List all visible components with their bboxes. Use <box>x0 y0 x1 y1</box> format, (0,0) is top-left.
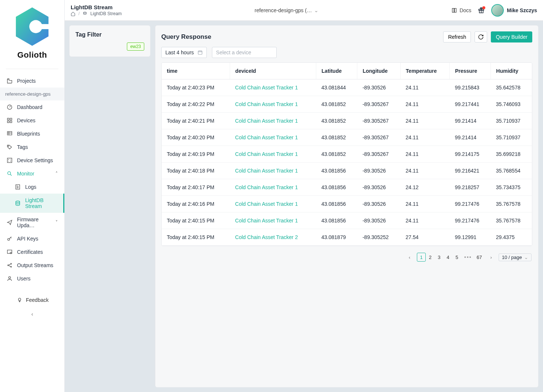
feedback-link[interactable]: Feedback <box>0 293 64 307</box>
svg-point-13 <box>16 201 20 202</box>
page-button[interactable]: 1 <box>417 253 426 262</box>
cell-temperature: 24.11 <box>401 212 450 229</box>
refresh-button[interactable]: Refresh <box>443 31 471 42</box>
sidebar-item-projects[interactable]: Projects <box>0 74 64 88</box>
col-longitude[interactable]: Longitude <box>357 63 401 79</box>
col-pressure[interactable]: Pressure <box>450 63 491 79</box>
cell-humidity: 35.642578 <box>491 79 532 96</box>
device-selector[interactable]: Select a device <box>212 47 277 58</box>
col-deviceid[interactable]: deviceId <box>230 63 316 79</box>
cell-humidity: 29.4375 <box>491 229 532 246</box>
table-row: Today at 2:40:15 PMCold Chain Asset Trac… <box>162 229 532 246</box>
cell-longitude: -89.30526 <box>357 79 401 96</box>
cell-latitude: 43.081852 <box>316 113 357 129</box>
sidebar-item-firmware-updates[interactable]: Firmware Upda… ˅ <box>0 213 64 232</box>
certificate-icon <box>7 249 13 255</box>
sidebar-item-blueprints[interactable]: Blueprints <box>0 127 64 140</box>
svg-rect-8 <box>7 132 12 135</box>
col-latitude[interactable]: Latitude <box>316 63 357 79</box>
cell-humidity: 35.768554 <box>491 163 532 179</box>
sidebar-item-label: Blueprints <box>17 131 40 137</box>
page-button[interactable]: 2 <box>426 253 435 262</box>
query-response-panel: Query Response Refresh Query Builder <box>155 25 539 388</box>
page-title: LightDB Stream <box>71 4 122 10</box>
sidebar-item-api-keys[interactable]: API Keys <box>0 232 64 245</box>
sidebar-item-label: LightDB Stream <box>25 197 57 209</box>
logo-block: Golioth <box>0 0 64 64</box>
sidebar-item-users[interactable]: Users <box>0 272 64 285</box>
cell-device-link[interactable]: Cold Chain Asset Tracker 1 <box>230 96 316 113</box>
svg-rect-6 <box>7 121 9 123</box>
sidebar-item-monitor[interactable]: Monitor ˄ <box>0 167 64 180</box>
project-dropdown[interactable]: reference-design-gps (… ⌄ <box>254 7 318 13</box>
cell-temperature: 24.12 <box>401 179 450 196</box>
cell-device-link[interactable]: Cold Chain Asset Tracker 1 <box>230 146 316 163</box>
cell-device-link[interactable]: Cold Chain Asset Tracker 1 <box>230 179 316 196</box>
cell-pressure: 99.12991 <box>450 229 491 246</box>
project-selected-label: reference-design-gps <box>5 91 51 97</box>
user-menu[interactable]: Mike Szczys <box>491 4 537 17</box>
table-row: Today at 2:40:17 PMCold Chain Asset Trac… <box>162 179 532 196</box>
stream-icon <box>15 200 21 206</box>
collapse-sidebar-button[interactable]: ‹ <box>0 307 64 321</box>
cell-device-link[interactable]: Cold Chain Asset Tracker 1 <box>230 196 316 212</box>
refresh-icon-button[interactable] <box>475 31 487 42</box>
tag-chip[interactable]: ew23 <box>127 42 144 51</box>
cell-humidity: 35.710937 <box>491 113 532 129</box>
cell-device-link[interactable]: Cold Chain Asset Tracker 1 <box>230 129 316 146</box>
brand-name: Golioth <box>17 50 47 60</box>
whatsnew-button[interactable] <box>478 7 485 14</box>
query-builder-button[interactable]: Query Builder <box>491 31 532 42</box>
sidebar-item-logs[interactable]: Logs <box>0 180 64 194</box>
page-button[interactable]: 5 <box>452 253 461 262</box>
next-page-button[interactable]: › <box>487 253 496 262</box>
cell-temperature: 24.11 <box>401 129 450 146</box>
cell-device-link[interactable]: Cold Chain Asset Tracker 1 <box>230 79 316 96</box>
svg-point-21 <box>84 12 87 13</box>
cell-device-link[interactable]: Cold Chain Asset Tracker 2 <box>230 229 316 246</box>
svg-rect-2 <box>39 24 50 29</box>
cell-device-link[interactable]: Cold Chain Asset Tracker 1 <box>230 212 316 229</box>
page-button[interactable]: 3 <box>435 253 443 262</box>
sidebar-item-dashboard[interactable]: Dashboard <box>0 100 64 114</box>
table-row: Today at 2:40:21 PMCold Chain Asset Trac… <box>162 113 532 129</box>
svg-point-9 <box>8 146 9 146</box>
last-page-button[interactable]: 67 <box>475 253 484 262</box>
sidebar-item-devices[interactable]: Devices <box>0 114 64 127</box>
docs-link[interactable]: Docs <box>451 7 471 13</box>
project-selector[interactable]: reference-design-gps <box>0 88 64 100</box>
share-icon <box>7 262 13 268</box>
table-row: Today at 2:40:20 PMCold Chain Asset Trac… <box>162 129 532 146</box>
cell-pressure: 99.216421 <box>450 163 491 179</box>
cell-longitude: -89.305267 <box>357 129 401 146</box>
key-icon <box>7 236 13 242</box>
cell-humidity: 35.710937 <box>491 129 532 146</box>
sidebar-item-label: Device Settings <box>17 157 53 163</box>
cell-pressure: 99.215843 <box>450 79 491 96</box>
svg-rect-5 <box>10 118 12 120</box>
col-temperature[interactable]: Temperature <box>401 63 450 79</box>
sidebar-item-tags[interactable]: Tags <box>0 140 64 154</box>
page-button[interactable]: 4 <box>443 253 452 262</box>
sidebar-item-lightdb-stream[interactable]: LightDB Stream <box>0 194 64 213</box>
sidebar-item-output-streams[interactable]: Output Streams <box>0 259 64 272</box>
cell-device-link[interactable]: Cold Chain Asset Tracker 1 <box>230 113 316 129</box>
svg-point-16 <box>10 252 11 254</box>
prev-page-button[interactable]: ‹ <box>405 253 414 262</box>
col-time[interactable]: time <box>162 63 230 79</box>
time-range-selector[interactable]: Last 4 hours <box>161 47 207 58</box>
sidebar-item-certificates[interactable]: Certificates <box>0 245 64 259</box>
sidebar-item-device-settings[interactable]: Device Settings <box>0 154 64 167</box>
cell-device-link[interactable]: Cold Chain Asset Tracker 1 <box>230 163 316 179</box>
tag-icon <box>7 144 13 150</box>
col-humidity[interactable]: Humidity <box>491 63 532 79</box>
cell-pressure: 99.218257 <box>450 179 491 196</box>
table-row: Today at 2:40:16 PMCold Chain Asset Trac… <box>162 196 532 212</box>
cell-longitude: -89.30526 <box>357 179 401 196</box>
svg-rect-15 <box>7 250 12 253</box>
logs-icon <box>15 184 21 190</box>
docs-label: Docs <box>459 7 471 13</box>
home-icon[interactable] <box>71 11 75 16</box>
cell-pressure: 99.217476 <box>450 196 491 212</box>
page-size-selector[interactable]: 10 / page ⌄ <box>499 253 532 261</box>
